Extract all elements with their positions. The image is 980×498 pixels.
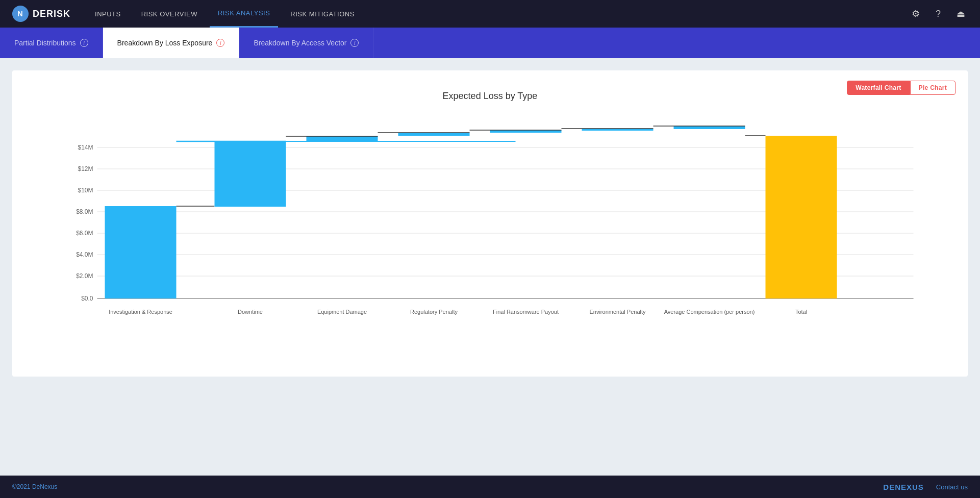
settings-icon[interactable]: ⚙ (909, 7, 923, 21)
chart-type-buttons: Waterfall Chart Pie Chart (847, 81, 956, 95)
help-icon[interactable]: ? (931, 7, 945, 21)
x-label-environmental: Environmental Penalty (589, 309, 646, 315)
footer-contact[interactable]: Contact us (936, 483, 968, 491)
logout-icon[interactable]: ⏏ (953, 7, 968, 21)
waterfall-chart-svg: $0.0 $2.0M $4.0M $6.0M $8.0M $10M $12M $… (24, 115, 956, 329)
tabs-bar: Partial Distributions i Breakdown By Los… (0, 28, 980, 58)
logo-icon: N (12, 6, 29, 22)
footer-copyright: ©2021 DeNexus (12, 483, 57, 490)
bar-total (766, 136, 837, 298)
tab-breakdown-access[interactable]: Breakdown By Access Vector i (239, 28, 373, 58)
nav-inputs[interactable]: INPUTS (87, 0, 129, 28)
chart-panel: Waterfall Chart Pie Chart Expected Loss … (12, 70, 968, 377)
bar-downtime (215, 141, 286, 207)
nav-risk-mitigations[interactable]: RISK MITIGATIONS (282, 0, 363, 28)
waterfall-chart-btn[interactable]: Waterfall Chart (847, 81, 910, 95)
footer-logo: DENEXUS (883, 483, 924, 491)
logo: N DERISK (12, 6, 70, 22)
tab-info-icon: i (216, 39, 224, 47)
tab-label: Breakdown By Access Vector (254, 39, 346, 47)
x-label-ransomware: Final Ransomware Payout (493, 309, 559, 315)
nav-risk-overview[interactable]: RISK OVERVIEW (133, 0, 206, 28)
tab-info-icon: i (350, 39, 359, 47)
tab-label: Breakdown By Loss Exposure (117, 39, 213, 47)
svg-text:$12M: $12M (78, 165, 93, 172)
footer-right: DENEXUS Contact us (883, 483, 968, 491)
x-label-investigation: Investigation & Response (109, 309, 172, 315)
tab-label: Partial Distributions (14, 39, 76, 47)
bar-investigation (105, 206, 177, 298)
pie-chart-btn[interactable]: Pie Chart (910, 81, 956, 95)
x-label-compensation: Average Compensation (per person) (664, 309, 755, 315)
chart-title: Expected Loss by Type (24, 91, 956, 110)
footer-logo-de: DE (883, 483, 895, 491)
bar-regulatory (398, 133, 470, 136)
chart-area: $0.0 $2.0M $4.0M $6.0M $8.0M $10M $12M $… (24, 115, 956, 331)
tab-breakdown-loss[interactable]: Breakdown By Loss Exposure i (103, 28, 240, 58)
x-label-total: Total (795, 309, 807, 315)
x-label-regulatory: Regulatory Penalty (410, 309, 458, 315)
nav-links: INPUTS RISK OVERVIEW RISK ANALYSIS RISK … (87, 0, 892, 28)
logo-text: DERISK (33, 9, 70, 19)
footer: ©2021 DeNexus DENEXUS Contact us (0, 476, 980, 498)
x-label-equipment: Equipment Damage (317, 309, 367, 315)
copyright-text: ©2021 (12, 483, 31, 490)
main-content: Waterfall Chart Pie Chart Expected Loss … (0, 58, 980, 465)
x-label-downtime: Downtime (238, 309, 263, 315)
svg-text:$6.0M: $6.0M (76, 230, 93, 237)
svg-text:$14M: $14M (78, 144, 93, 151)
tab-info-icon: i (80, 39, 88, 47)
svg-text:$0.0: $0.0 (81, 295, 93, 302)
svg-text:$8.0M: $8.0M (76, 208, 93, 215)
navbar: N DERISK INPUTS RISK OVERVIEW RISK ANALY… (0, 0, 980, 28)
svg-text:$4.0M: $4.0M (76, 251, 93, 258)
tab-partial-distributions[interactable]: Partial Distributions i (0, 28, 103, 58)
footer-logo-nexus: NEXUS (895, 483, 924, 491)
bar-compensation (674, 126, 745, 129)
footer-company-link[interactable]: DeNexus (32, 483, 57, 490)
nav-icons: ⚙ ? ⏏ (909, 7, 968, 21)
nav-risk-analysis[interactable]: RISK ANALYSIS (210, 0, 278, 28)
svg-text:$2.0M: $2.0M (76, 272, 93, 280)
svg-text:$10M: $10M (78, 187, 93, 194)
